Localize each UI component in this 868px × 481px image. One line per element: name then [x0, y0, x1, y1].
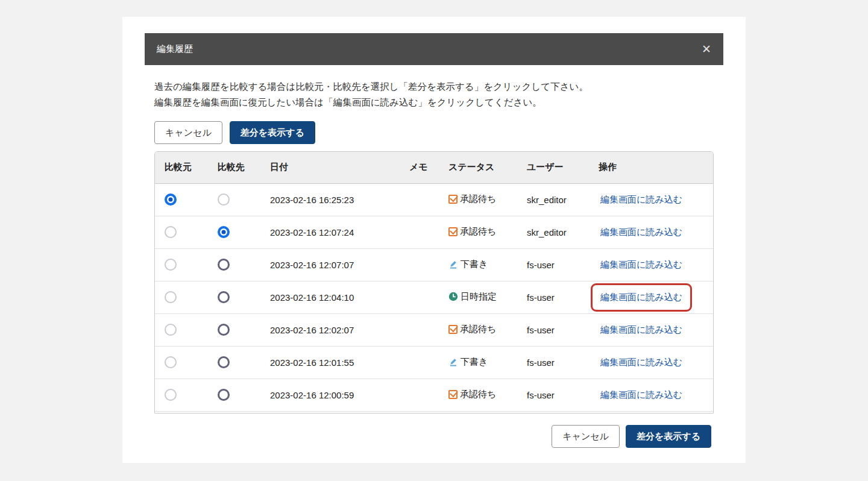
date-text: 2023-02-16 12:07:07 [270, 260, 354, 270]
table-row: 2023-02-16 16:25:23 承認待ち skr_editor 編集画 [155, 183, 713, 216]
table-row: 2023-02-16 12:07:24 承認待ち skr_editor 編集画 [155, 216, 713, 248]
date-text: 2023-02-16 16:25:23 [270, 195, 354, 205]
action-highlight-box: 編集画面に読み込む [591, 186, 692, 214]
load-into-editor-link[interactable]: 編集画面に読み込む [600, 259, 682, 269]
status-label: 承認待ち [460, 226, 496, 237]
modal-body: 過去の編集履歴を比較する場合は比較元・比較先を選択し「差分を表示する」をクリック… [145, 79, 723, 448]
date-text: 2023-02-16 12:04:10 [270, 292, 354, 303]
column-header-user: ユーザー [517, 152, 589, 183]
action-highlight-box: 編集画面に読み込む [591, 316, 692, 344]
table-row: 2023-02-16 12:02:07 承認待ち fs-user 編集画面に読 [155, 313, 713, 346]
action-highlight-box: 編集画面に読み込む [591, 218, 692, 247]
table-row: 2023-02-16 12:00:59 承認待ち fs-user 編集画面に読 [155, 379, 713, 411]
intro-text: 過去の編集履歴を比較する場合は比較元・比較先を選択し「差分を表示する」をクリック… [154, 79, 714, 110]
column-header-to: 比較先 [208, 152, 260, 183]
status-cell: 承認待ち [448, 193, 496, 205]
load-into-editor-link[interactable]: 編集画面に読み込む [600, 292, 682, 302]
intro-line-1: 過去の編集履歴を比較する場合は比較元・比較先を選択し「差分を表示する」をクリック… [154, 79, 714, 95]
user-text: fs-user [527, 292, 555, 303]
clipped-row [155, 411, 713, 413]
column-header-memo: メモ [400, 152, 439, 183]
history-table-container: 比較元 比較先 日付 メモ ステータス ユーザー 操作 2023-02-16 1… [154, 151, 714, 413]
column-header-date: 日付 [260, 152, 400, 183]
column-header-from: 比較元 [155, 152, 208, 183]
status-label: 下書き [461, 259, 488, 270]
table-row: 2023-02-16 12:04:10 日時指定 fs-user 編集画面に読 [155, 281, 713, 313]
user-text: fs-user [527, 260, 555, 270]
action-highlight-box: 編集画面に読み込む [591, 348, 692, 377]
user-text: skr_editor [527, 227, 567, 237]
compare-to-radio[interactable] [218, 193, 230, 206]
draft-pencil-icon [448, 357, 458, 366]
user-text: fs-user [527, 390, 555, 400]
table-row: 2023-02-16 12:01:55 下書き fs-user 編集画面に読み [155, 346, 713, 379]
show-diff-button-top[interactable]: 差分を表示する [230, 121, 315, 144]
compare-from-radio[interactable] [165, 389, 177, 401]
status-label: 下書き [461, 356, 488, 368]
footer-button-row: キャンセル 差分を表示する [154, 425, 714, 448]
load-into-editor-link[interactable]: 編集画面に読み込む [600, 389, 682, 400]
user-text: fs-user [527, 357, 555, 368]
compare-to-radio[interactable] [218, 356, 230, 368]
compare-from-radio[interactable] [165, 356, 177, 368]
table-row: 2023-02-16 12:07:07 下書き fs-user 編集画面に読み [155, 248, 713, 281]
user-text: fs-user [527, 325, 555, 335]
status-cell: 下書き [448, 356, 488, 368]
approval-pending-check-icon [448, 195, 458, 204]
date-text: 2023-02-16 12:01:55 [270, 357, 354, 368]
status-cell: 日時指定 [448, 291, 497, 303]
approval-pending-check-icon [448, 325, 458, 334]
approval-pending-check-icon [448, 227, 458, 236]
compare-from-radio[interactable] [165, 193, 177, 206]
table-header-row: 比較元 比較先 日付 メモ ステータス ユーザー 操作 [155, 152, 713, 183]
draft-pencil-icon [448, 259, 458, 269]
date-text: 2023-02-16 12:02:07 [270, 325, 354, 335]
compare-to-radio[interactable] [218, 291, 230, 303]
top-button-row: キャンセル 差分を表示する [154, 121, 714, 144]
compare-from-radio[interactable] [165, 259, 177, 271]
status-label: 承認待ち [460, 324, 496, 335]
compare-from-radio[interactable] [165, 324, 177, 336]
status-cell: 承認待ち [448, 226, 496, 237]
status-label: 日時指定 [461, 291, 497, 303]
status-label: 承認待ち [460, 389, 496, 400]
action-highlight-box: 編集画面に読み込む [591, 381, 692, 409]
date-text: 2023-02-16 12:00:59 [270, 390, 354, 400]
approval-pending-check-icon [448, 390, 458, 399]
history-table: 比較元 比較先 日付 メモ ステータス ユーザー 操作 2023-02-16 1… [155, 152, 713, 413]
compare-to-radio[interactable] [218, 226, 230, 238]
compare-to-radio[interactable] [218, 324, 230, 336]
compare-from-radio[interactable] [165, 226, 177, 238]
status-cell: 承認待ち [448, 389, 496, 400]
load-into-editor-link[interactable]: 編集画面に読み込む [600, 357, 682, 367]
close-icon[interactable]: ✕ [702, 43, 711, 55]
edit-history-modal: 編集履歴 ✕ 過去の編集履歴を比較する場合は比較元・比較先を選択し「差分を表示す… [122, 17, 746, 463]
status-label: 承認待ち [460, 193, 496, 205]
modal-title: 編集履歴 [157, 43, 193, 55]
compare-from-radio[interactable] [165, 291, 177, 303]
modal-header: 編集履歴 ✕ [145, 33, 723, 65]
action-highlight-box: 編集画面に読み込む [591, 283, 692, 312]
column-header-status: ステータス [439, 152, 517, 183]
user-text: skr_editor [527, 195, 567, 205]
action-highlight-box: 編集画面に読み込む [591, 251, 692, 279]
compare-to-radio[interactable] [218, 259, 230, 271]
status-cell: 下書き [448, 259, 488, 270]
load-into-editor-link[interactable]: 編集画面に読み込む [600, 194, 682, 204]
load-into-editor-link[interactable]: 編集画面に読み込む [600, 227, 682, 237]
cancel-button-bottom[interactable]: キャンセル [552, 425, 620, 448]
cancel-button-top[interactable]: キャンセル [154, 121, 222, 144]
load-into-editor-link[interactable]: 編集画面に読み込む [600, 324, 682, 335]
show-diff-button-bottom[interactable]: 差分を表示する [626, 425, 711, 448]
date-text: 2023-02-16 12:07:24 [270, 227, 354, 237]
intro-line-2: 編集履歴を編集画面に復元したい場合は「編集画面に読み込む」をクリックしてください… [154, 95, 714, 110]
scheduled-clock-icon [448, 292, 458, 301]
column-header-action: 操作 [589, 152, 713, 183]
history-table-body: 2023-02-16 16:25:23 承認待ち skr_editor 編集画 [155, 183, 713, 411]
status-cell: 承認待ち [448, 324, 496, 335]
compare-to-radio[interactable] [218, 389, 230, 401]
